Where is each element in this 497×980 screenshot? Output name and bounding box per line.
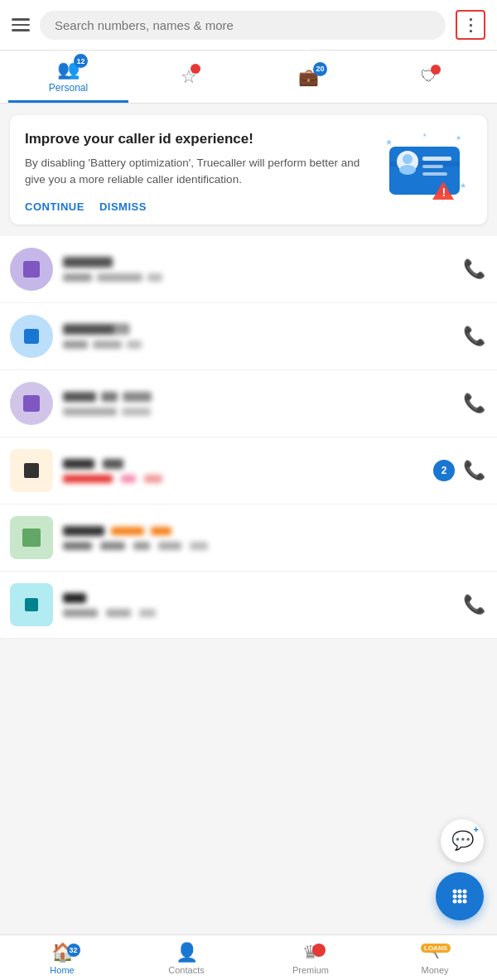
shield-badge bbox=[431, 65, 441, 75]
continue-button[interactable]: CONTINUE bbox=[25, 200, 84, 213]
caller-id-card: Improve your caller id experience! By di… bbox=[10, 115, 487, 224]
call-item: 📞 bbox=[0, 236, 497, 303]
avatar bbox=[10, 382, 53, 425]
nav-tabs: 👥 12 Personal ☆ 💼 20 🛡 bbox=[0, 51, 497, 104]
business-badge: 20 bbox=[313, 62, 327, 76]
avatar bbox=[10, 583, 53, 626]
call-info bbox=[63, 459, 427, 483]
nav-contacts[interactable]: 👤 Contacts bbox=[124, 935, 248, 980]
call-actions: 📞 bbox=[463, 393, 485, 414]
tab-personal[interactable]: 👥 12 Personal bbox=[8, 51, 128, 103]
call-info bbox=[63, 324, 456, 349]
bottom-nav: 🏠 32 Home 👤 Contacts ♛ Premium ₹ LOANS M… bbox=[0, 934, 497, 980]
avatar bbox=[10, 449, 53, 492]
caller-name bbox=[63, 257, 113, 268]
call-info bbox=[63, 593, 456, 617]
svg-text:!: ! bbox=[442, 186, 446, 199]
premium-label: Premium bbox=[292, 965, 329, 975]
personal-icon: 👥 12 bbox=[57, 59, 80, 80]
favorites-badge bbox=[191, 64, 200, 74]
call-actions: 📞 bbox=[463, 594, 485, 616]
dismiss-button[interactable]: DISMISS bbox=[99, 200, 147, 213]
svg-rect-10 bbox=[422, 157, 451, 161]
call-detail bbox=[63, 273, 456, 282]
tab-favorites[interactable]: ☆ bbox=[128, 58, 248, 96]
svg-text:★: ★ bbox=[422, 133, 427, 138]
svg-point-8 bbox=[403, 154, 413, 164]
search-input[interactable] bbox=[40, 11, 446, 40]
svg-text:★: ★ bbox=[460, 181, 466, 190]
call-info bbox=[63, 257, 456, 282]
call-icon[interactable]: 📞 bbox=[463, 258, 485, 280]
card-title: Improve your caller id experience! bbox=[25, 130, 373, 148]
svg-point-21 bbox=[453, 900, 457, 904]
avatar bbox=[10, 315, 53, 358]
personal-badge: 12 bbox=[74, 54, 88, 68]
call-info bbox=[63, 392, 456, 416]
money-icon: ₹ LOANS bbox=[429, 942, 441, 963]
nav-money[interactable]: ₹ LOANS Money bbox=[373, 935, 497, 980]
card-text: Improve your caller id experience! By di… bbox=[25, 130, 373, 213]
chat-plus-icon: + bbox=[474, 824, 479, 834]
call-icon[interactable]: 📞 bbox=[463, 594, 485, 616]
svg-point-15 bbox=[453, 890, 457, 894]
shield-icon: 🛡 bbox=[421, 67, 437, 86]
card-description: By disabling 'Battery optimization', Tru… bbox=[25, 155, 373, 189]
call-actions: 📞 bbox=[463, 258, 485, 280]
contacts-icon: 👤 bbox=[176, 942, 198, 963]
svg-rect-12 bbox=[422, 172, 447, 176]
call-item: 📞 bbox=[0, 572, 497, 639]
favorites-icon: ☆ bbox=[181, 66, 197, 88]
home-icon: 🏠 32 bbox=[51, 942, 74, 963]
card-illustration: ★ ★ ★ ★ ★ ! bbox=[381, 130, 472, 213]
svg-text:★: ★ bbox=[456, 134, 461, 142]
call-info bbox=[63, 526, 439, 550]
premium-icon: ♛ bbox=[302, 942, 319, 963]
svg-point-22 bbox=[458, 900, 462, 904]
svg-text:★: ★ bbox=[385, 138, 393, 147]
svg-point-20 bbox=[463, 895, 467, 899]
call-detail bbox=[63, 542, 439, 550]
home-badge: 32 bbox=[67, 944, 80, 957]
more-options-icon[interactable]: ⋮ bbox=[456, 10, 485, 40]
call-item bbox=[0, 504, 497, 572]
money-label: Money bbox=[421, 965, 448, 975]
call-list: 📞 📞 bbox=[0, 236, 497, 639]
premium-badge bbox=[312, 944, 326, 957]
loans-badge: LOANS bbox=[421, 944, 451, 953]
call-actions: 2 📞 bbox=[433, 460, 485, 481]
call-icon[interactable]: 📞 bbox=[463, 326, 485, 347]
call-icon[interactable]: 📞 bbox=[463, 460, 485, 481]
nav-premium[interactable]: ♛ Premium bbox=[248, 935, 373, 980]
contacts-label: Contacts bbox=[168, 965, 204, 975]
svg-point-9 bbox=[399, 165, 416, 175]
svg-rect-11 bbox=[422, 165, 443, 168]
call-detail bbox=[63, 609, 456, 617]
svg-point-23 bbox=[463, 900, 467, 904]
call-icon[interactable]: 📞 bbox=[463, 393, 485, 414]
call-actions bbox=[446, 518, 485, 558]
call-detail bbox=[63, 408, 456, 416]
card-actions: CONTINUE DISMISS bbox=[25, 200, 373, 213]
call-item: 2 📞 bbox=[0, 437, 497, 504]
chat-placeholder bbox=[446, 518, 485, 558]
avatar bbox=[10, 248, 53, 291]
menu-icon[interactable] bbox=[12, 18, 30, 31]
nav-home[interactable]: 🏠 32 Home bbox=[0, 935, 124, 980]
missed-calls-badge: 2 bbox=[433, 460, 455, 481]
call-detail bbox=[63, 475, 427, 483]
business-icon: 💼 20 bbox=[298, 67, 319, 87]
dial-fab[interactable] bbox=[436, 872, 484, 920]
svg-point-18 bbox=[453, 895, 457, 899]
app-header: ⋮ bbox=[0, 0, 497, 51]
home-label: Home bbox=[50, 965, 74, 975]
call-item: 📞 bbox=[0, 370, 497, 437]
svg-point-19 bbox=[458, 895, 462, 899]
fab-area: 💬 + bbox=[436, 819, 484, 920]
call-detail bbox=[63, 340, 456, 349]
tab-shield[interactable]: 🛡 bbox=[369, 59, 489, 94]
call-item: 📞 bbox=[0, 303, 497, 370]
new-chat-fab[interactable]: 💬 + bbox=[441, 819, 484, 862]
tab-business[interactable]: 💼 20 bbox=[248, 59, 369, 95]
svg-point-17 bbox=[463, 890, 467, 894]
